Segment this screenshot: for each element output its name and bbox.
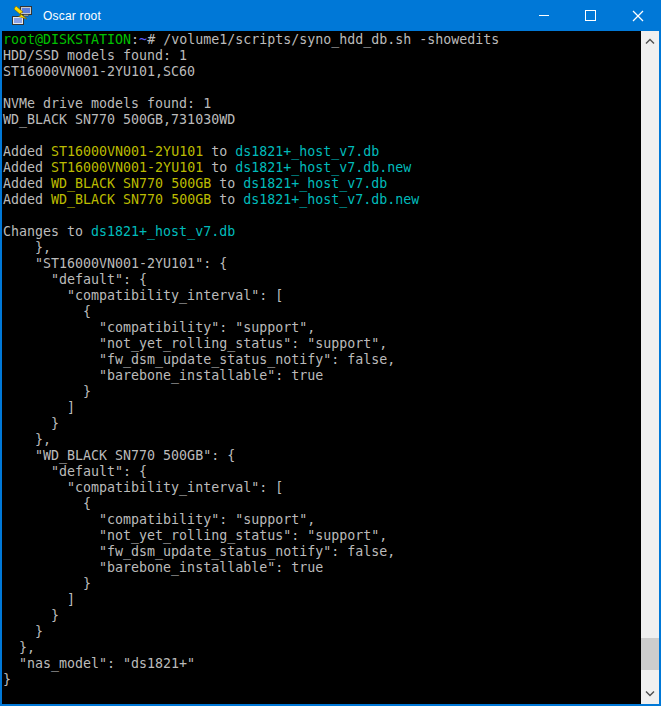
terminal-line: "ST16000VN001-2YU101": { [3,256,641,272]
terminal-text-segment: } [3,672,11,687]
terminal-text-segment: "not_yet_rolling_status": "support", [3,528,387,543]
terminal-text-segment: ] [3,400,75,415]
terminal-text-segment: "fw_dsm_update_status_notify": false, [3,544,395,559]
terminal-line: WD_BLACK SN770 500GB,731030WD [3,112,641,128]
terminal-line: "barebone_installable": true [3,560,641,576]
terminal-text-segment: Added [3,144,51,159]
terminal-text-segment: : [131,32,139,47]
terminal-text-segment: Added [3,160,51,175]
minimize-icon [539,15,549,16]
terminal-text-segment: "compatibility_interval": [ [3,480,283,495]
terminal-text-segment: "ST16000VN001-2YU101": { [3,256,227,271]
minimize-button[interactable] [520,0,567,31]
terminal-line: "compatibility": "support", [3,320,641,336]
terminal-text-segment: { [3,304,91,319]
terminal-text-segment: root@DISKSTATION [3,32,131,47]
terminal-line: ST16000VN001-2YU101,SC60 [3,64,641,80]
scroll-down-button[interactable] [641,685,659,702]
terminal-text-segment: Changes to [3,224,91,239]
terminal-text-segment: to [203,144,235,159]
terminal-text-segment: ds1821+_host_v7.db.new [235,160,411,175]
terminal-text-segment: ds1821+_host_v7.db.new [243,192,419,207]
terminal-line: Added WD_BLACK SN770 500GB to ds1821+_ho… [3,192,641,208]
terminal-line: "fw_dsm_update_status_notify": false, [3,352,641,368]
terminal-text-segment: } [3,608,59,623]
terminal-screen[interactable]: root@DISKSTATION:~# /volume1/scripts/syn… [2,31,641,704]
chevron-down-icon [645,690,655,697]
terminal-line: } [3,608,641,624]
terminal-line: { [3,496,641,512]
terminal-text-segment: "compatibility_interval": [ [3,288,283,303]
terminal-line: } [3,672,641,688]
terminal-line: "nas_model": "ds1821+" [3,656,641,672]
terminal-text-segment: { [3,496,91,511]
close-button[interactable] [614,0,661,31]
terminal-line: } [3,384,641,400]
terminal-text-segment: ds1821+_host_v7.db [235,144,379,159]
maximize-button[interactable] [567,0,614,31]
terminal-text-segment: WD_BLACK SN770 500GB,731030WD [3,112,235,127]
scrollbar[interactable] [641,31,659,704]
terminal-line: HDD/SSD models found: 1 [3,48,641,64]
terminal-text-segment: ~ [139,32,147,47]
terminal-line: } [3,576,641,592]
terminal-text-segment: to [211,176,243,191]
terminal-line: Added WD_BLACK SN770 500GB to ds1821+_ho… [3,176,641,192]
terminal-line: "compatibility_interval": [ [3,480,641,496]
terminal-text-segment: "not_yet_rolling_status": "support", [3,336,387,351]
terminal-line: } [3,416,641,432]
terminal-text-segment: to [211,192,243,207]
terminal-line: "barebone_installable": true [3,368,641,384]
maximize-icon [585,10,596,21]
terminal-text-segment: "barebone_installable": true [3,368,323,383]
terminal-line: Changes to ds1821+_host_v7.db [3,224,641,240]
terminal-line: }, [3,640,641,656]
terminal-text-segment: "compatibility": "support", [3,512,315,527]
terminal-line: "default": { [3,464,641,480]
terminal-line: "compatibility": "support", [3,512,641,528]
terminal-text-segment: ST16000VN001-2YU101,SC60 [3,64,195,79]
titlebar[interactable]: Oscar root [0,0,661,31]
terminal-line: NVMe drive models found: 1 [3,96,641,112]
window-controls [520,0,661,31]
terminal-line [3,80,641,96]
terminal-text-segment: NVMe drive models found: 1 [3,96,211,111]
terminal-text-segment: "WD_BLACK SN770 500GB": { [3,448,235,463]
terminal-output: root@DISKSTATION:~# /volume1/scripts/syn… [2,31,641,688]
terminal-text-segment: WD_BLACK SN770 500GB [51,176,211,191]
terminal-text-segment: ST16000VN001-2YU101 [51,160,203,175]
terminal-line: ] [3,400,641,416]
terminal-text-segment: HDD/SSD models found: 1 [3,48,187,63]
terminal-text-segment: "nas_model": "ds1821+" [3,656,195,671]
terminal-text-segment: } [3,624,43,639]
terminal-line: "compatibility_interval": [ [3,288,641,304]
terminal-line: "default": { [3,272,641,288]
terminal-text-segment: "compatibility": "support", [3,320,315,335]
terminal-text-segment: ] [3,592,75,607]
terminal-text-segment: ds1821+_host_v7.db [243,176,387,191]
terminal-line: root@DISKSTATION:~# /volume1/scripts/syn… [3,32,641,48]
terminal-line: "WD_BLACK SN770 500GB": { [3,448,641,464]
terminal-text-segment: WD_BLACK SN770 500GB [51,192,211,207]
terminal-text-segment: } [3,416,59,431]
terminal-line: "not_yet_rolling_status": "support", [3,528,641,544]
putty-terminals-icon [11,5,33,27]
terminal-line [3,208,641,224]
terminal-line: { [3,304,641,320]
scrollbar-thumb[interactable] [641,638,659,670]
terminal-text-segment: # /volume1/scripts/syno_hdd_db.sh -showe… [147,32,499,47]
terminal-line: "fw_dsm_update_status_notify": false, [3,544,641,560]
terminal-text-segment: "default": { [3,464,147,479]
terminal-text-segment: Added [3,192,51,207]
close-icon [632,10,644,22]
chevron-up-icon [645,38,655,45]
terminal-text-segment: }, [3,432,51,447]
putty-window: Oscar root root@DISKSTATION:~# /volume1/… [0,0,661,706]
terminal-text-segment: "default": { [3,272,147,287]
putty-icon[interactable] [11,5,33,27]
scroll-up-button[interactable] [641,33,659,50]
terminal-line: ] [3,592,641,608]
terminal-line: }, [3,432,641,448]
terminal-text-segment: "fw_dsm_update_status_notify": false, [3,352,395,367]
terminal-text-segment: } [3,576,91,591]
